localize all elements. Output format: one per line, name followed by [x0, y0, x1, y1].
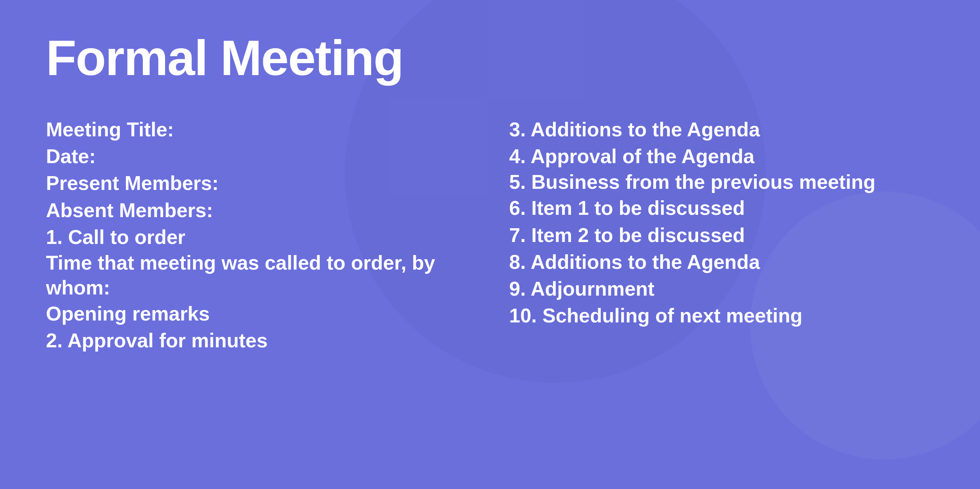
- right-item-2: 5. Business from the previous meeting: [509, 170, 934, 195]
- left-item-6: Opening remarks: [46, 300, 471, 327]
- left-column: Meeting Title: Date: Present Members: Ab…: [46, 116, 471, 354]
- right-item-0: 3. Additions to the Agenda: [509, 116, 934, 143]
- right-item-6: 9. Adjournment: [509, 275, 934, 302]
- left-item-4: 1. Call to order: [46, 224, 471, 250]
- right-item-1: 4. Approval of the Agenda: [509, 143, 934, 170]
- page-content: Formal Meeting Meeting Title: Date: Pres…: [0, 0, 980, 384]
- right-item-3: 6. Item 1 to be discussed: [509, 195, 934, 221]
- right-item-7: 10. Scheduling of next meeting: [509, 302, 934, 329]
- page-title: Formal Meeting: [46, 31, 934, 85]
- left-item-5: Time that meeting was called to order, b…: [46, 250, 471, 300]
- columns-container: Meeting Title: Date: Present Members: Ab…: [46, 116, 934, 354]
- right-item-5: 8. Additions to the Agenda: [509, 249, 934, 275]
- right-column: 3. Additions to the Agenda 4. Approval o…: [509, 116, 934, 354]
- left-item-7: 2. Approval for minutes: [46, 327, 471, 354]
- left-item-0: Meeting Title:: [46, 116, 471, 143]
- right-item-4: 7. Item 2 to be discussed: [509, 222, 934, 249]
- left-item-2: Present Members:: [46, 170, 471, 196]
- left-item-1: Date:: [46, 143, 471, 170]
- left-item-3: Absent Members:: [46, 197, 471, 224]
